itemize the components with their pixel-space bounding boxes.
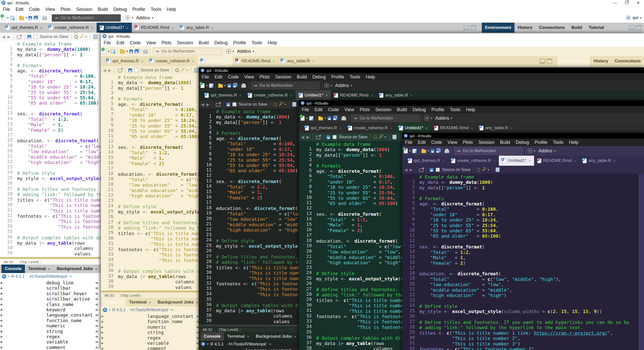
compile-notebook-icon[interactable]	[392, 135, 396, 139]
chevron-down-icon[interactable]: ▾	[186, 68, 188, 72]
save-icon[interactable]	[431, 149, 434, 153]
compile-notebook-icon[interactable]	[496, 167, 500, 172]
addins-button[interactable]: Addins▾	[434, 116, 454, 121]
addins-button[interactable]: Addins▾	[235, 49, 256, 54]
menu-item-session[interactable]: Session	[476, 139, 497, 146]
open-folder-icon[interactable]	[218, 84, 223, 88]
menu-item-debug[interactable]: Debug	[310, 73, 329, 81]
console-tab-terminal[interactable]: Terminal×	[25, 265, 53, 273]
magic-wand-icon[interactable]	[181, 69, 184, 72]
file-tab-any-table-r[interactable]: any_table.R×	[376, 90, 416, 100]
menu-item-edit[interactable]: Edit	[212, 73, 225, 81]
menu-item-file[interactable]: File	[101, 39, 114, 47]
menu-item-help[interactable]: Help	[463, 106, 478, 113]
save-icon[interactable]	[27, 35, 31, 39]
file-tab-readme-rmd[interactable]: README.Rmd×	[331, 90, 376, 100]
code-editor[interactable]: 1 2 3 4 5 6 7 8 9 10 11 12 13 14 15 16 1…	[402, 174, 644, 350]
menu-item-session[interactable]: Session	[373, 106, 394, 113]
panes-grid-icon[interactable]	[226, 49, 231, 54]
menu-item-debug[interactable]: Debug	[410, 106, 429, 113]
print-icon[interactable]	[445, 150, 449, 153]
chevron-down-icon[interactable]: ▾	[207, 342, 209, 346]
chevron-down-icon[interactable]: ▾	[85, 35, 87, 38]
pane-minimize-icon[interactable]	[464, 25, 469, 30]
save-all-icon[interactable]	[233, 84, 236, 88]
open-folder-icon[interactable]	[120, 50, 125, 54]
chevron-down-icon[interactable]: ▾	[224, 84, 226, 87]
panes-grid-icon[interactable]	[528, 149, 532, 153]
source-save-checkbox[interactable]	[134, 68, 138, 72]
chevron-down-icon[interactable]: ▾	[206, 84, 208, 87]
tab-close-icon[interactable]: ×	[40, 26, 43, 30]
source-save-checkbox[interactable]	[333, 135, 337, 139]
console-tab-console[interactable]: Console	[2, 265, 25, 273]
new-project-icon[interactable]	[412, 149, 417, 153]
tab-close-icon[interactable]: ×	[192, 59, 194, 63]
console-tab-background-jobs[interactable]: Background Jobs×	[154, 298, 201, 307]
close-button[interactable]: ×	[632, 0, 644, 6]
panes-grid-icon[interactable]	[126, 16, 130, 20]
tab-close-icon[interactable]: ×	[247, 334, 249, 339]
menu-item-edit[interactable]: Edit	[13, 6, 26, 13]
chevron-down-icon[interactable]: ▾	[331, 84, 332, 87]
tab-close-icon[interactable]: ×	[290, 93, 292, 98]
magic-wand-icon[interactable]	[80, 35, 83, 38]
menu-item-tools[interactable]: Tools	[249, 39, 265, 47]
menu-item-edit[interactable]: Edit	[415, 139, 428, 146]
forward-icon[interactable]: ▶	[7, 34, 10, 39]
menu-item-file[interactable]: File	[299, 106, 312, 113]
tab-close-icon[interactable]: ×	[196, 300, 198, 304]
chevron-down-icon[interactable]: ▾	[534, 149, 535, 153]
menu-item-session[interactable]: Session	[174, 39, 196, 47]
open-folder-icon[interactable]	[318, 117, 323, 120]
save-all-icon[interactable]	[333, 116, 337, 120]
menu-item-profile[interactable]: Profile	[230, 39, 249, 47]
menu-item-help[interactable]: Help	[164, 6, 179, 13]
tab-close-icon[interactable]: ×	[529, 159, 531, 163]
print-icon[interactable]	[42, 17, 47, 20]
file-tab-any-table-r[interactable]: any_table.R×	[177, 23, 217, 33]
tab-close-icon[interactable]: ×	[312, 59, 314, 63]
menu-item-edit[interactable]: Edit	[312, 106, 325, 113]
file-tab-untitled1-[interactable]: Untitled1*×	[197, 56, 233, 66]
scope-selector[interactable]: (Top Level) ↕	[20, 260, 42, 264]
file-tab-any-table-r[interactable]: any_table.R×	[579, 156, 619, 166]
save-icon[interactable]	[128, 68, 132, 72]
menu-item-profile[interactable]: Profile	[429, 106, 447, 113]
tab-close-icon[interactable]: ×	[211, 26, 214, 30]
new-project-icon[interactable]	[10, 16, 14, 20]
menu-item-code[interactable]: Code	[225, 73, 242, 81]
menu-item-profile[interactable]: Profile	[329, 73, 347, 81]
forward-icon[interactable]: ▶	[206, 102, 209, 107]
tab-close-icon[interactable]: ×	[339, 126, 342, 130]
back-icon[interactable]: ◀	[301, 135, 304, 140]
menu-item-build[interactable]: Build	[294, 73, 310, 81]
goto-file-input[interactable]: ➞Go to file/function	[52, 14, 121, 22]
menu-item-debug[interactable]: Debug	[212, 39, 230, 47]
print-icon[interactable]	[341, 117, 346, 120]
tab-close-icon[interactable]: ×	[390, 126, 392, 130]
file-tab-untitled1-[interactable]: Untitled1*×	[499, 156, 534, 166]
new-file-icon[interactable]	[301, 116, 305, 121]
print-icon[interactable]	[241, 84, 246, 88]
source-save-checkbox[interactable]	[232, 102, 236, 106]
chevron-down-icon[interactable]: ▾	[126, 50, 128, 53]
save-icon[interactable]	[328, 116, 331, 120]
tab-close-icon[interactable]: ×	[91, 26, 93, 30]
open-folder-icon[interactable]	[19, 17, 24, 20]
save-icon[interactable]	[430, 168, 433, 172]
menu-item-debug[interactable]: Debug	[111, 6, 130, 13]
tab-close-icon[interactable]: ×	[294, 334, 296, 339]
search-icon[interactable]	[477, 168, 480, 171]
tab-close-icon[interactable]: ×	[471, 126, 473, 130]
save-all-icon[interactable]	[34, 16, 37, 20]
magic-wand-icon[interactable]	[379, 136, 382, 139]
chevron-down-icon[interactable]: ▾	[7, 16, 9, 20]
env-tab-environment[interactable]: Environment	[482, 23, 514, 33]
file-tab-untitled1-[interactable]: Untitled1*×	[97, 23, 132, 33]
menu-item-code[interactable]: Code	[428, 139, 445, 146]
file-tab-readme-rmd[interactable]: README.Rmd×	[132, 23, 177, 33]
search-icon[interactable]	[74, 35, 78, 38]
menu-item-plots[interactable]: Plots	[257, 73, 272, 81]
menu-item-view[interactable]: View	[43, 6, 58, 13]
